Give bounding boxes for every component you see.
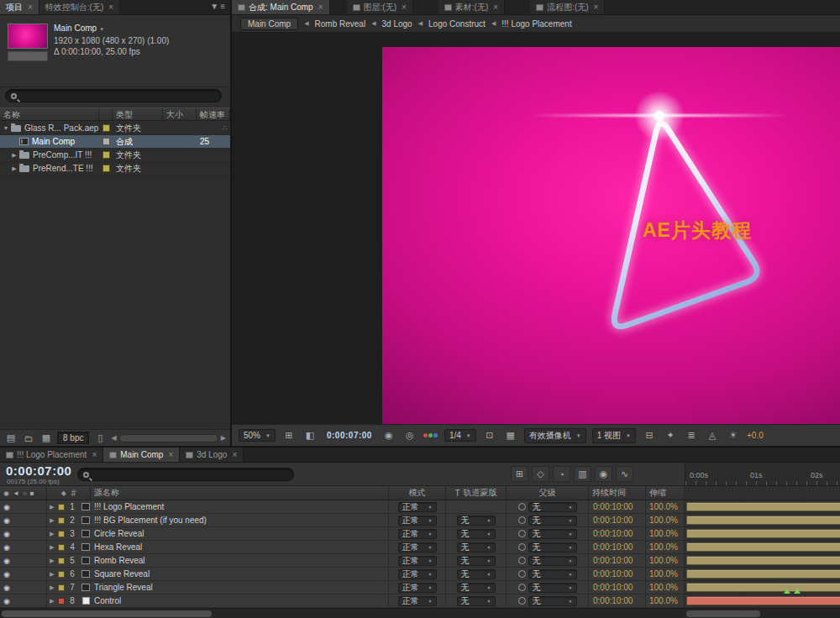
layer-parent-dropdown[interactable]: 无▼ [528, 569, 577, 579]
layer-stretch[interactable]: 100.0% [646, 500, 685, 513]
timeline-tab[interactable]: !!! Logo Placement× [0, 448, 103, 462]
layer-expand-arrow[interactable]: ▶ [47, 594, 57, 607]
layer-source-name[interactable]: Triangle Reveal [92, 581, 389, 594]
pickwhip-icon[interactable] [518, 516, 526, 524]
close-tab-icon[interactable]: × [402, 3, 407, 12]
layer-mode-dropdown[interactable]: 正常▼ [398, 529, 437, 539]
composition-canvas[interactable]: AE片头教程 [382, 47, 840, 424]
interpret-footage-icon[interactable]: ▤ [4, 432, 18, 444]
layer-visibility-toggle[interactable]: ◉ [3, 557, 10, 565]
column-parent[interactable]: 父级 [507, 486, 589, 500]
breadcrumb-item[interactable]: Main Comp [240, 18, 298, 30]
layer-mode-dropdown[interactable]: 正常▼ [398, 583, 437, 593]
transparency-grid-icon[interactable]: ▦ [503, 429, 518, 443]
layer-label-chip[interactable] [58, 558, 65, 564]
layer-parent-dropdown[interactable]: 无▼ [528, 529, 577, 539]
timeline-tab[interactable]: Main Comp× [103, 448, 180, 462]
timeline-tab[interactable]: 3d Logo× [180, 448, 244, 462]
layer-stretch[interactable]: 100.0% [646, 541, 685, 553]
show-snapshot-icon[interactable]: ◎ [402, 429, 417, 443]
keyframe-marker[interactable] [784, 589, 790, 594]
pickwhip-icon[interactable] [518, 584, 526, 591]
close-tab-icon[interactable]: × [232, 450, 237, 459]
layer-row[interactable]: ◉▶1!!! Logo Placement正常▼无▼0:00:10:00100.… [0, 500, 840, 514]
breadcrumb-item[interactable]: Romb Reveal [315, 19, 366, 29]
reset-exposure-icon[interactable]: ☀ [726, 429, 741, 443]
layer-source-name[interactable]: !!! BG Placement (if you need) [92, 514, 389, 526]
project-row[interactable]: Main Comp合成25 [0, 135, 230, 149]
layer-duration-bar[interactable] [686, 502, 840, 511]
layer-label-chip[interactable] [58, 531, 65, 537]
column-name[interactable]: 名称 [0, 108, 99, 120]
column-duration[interactable]: 持续时间 [589, 486, 646, 500]
layer-mode-dropdown[interactable]: 正常▼ [398, 569, 437, 579]
column-size[interactable]: 大小 [163, 108, 197, 120]
fast-preview-icon[interactable]: ✦ [663, 429, 678, 443]
scroll-right-icon[interactable]: ▶ [221, 434, 226, 442]
timeline-search-input[interactable] [77, 468, 294, 481]
motion-blur-icon[interactable]: ◉ [595, 466, 612, 482]
column-number[interactable]: # [71, 489, 76, 498]
layer-visibility-toggle[interactable]: ◉ [3, 516, 10, 525]
delete-trash-icon[interactable]: ▯ [93, 432, 107, 444]
pickwhip-icon[interactable] [518, 543, 526, 551]
pixel-aspect-icon[interactable]: ⊟ [642, 429, 657, 443]
layer-expand-arrow[interactable]: ▶ [47, 568, 57, 580]
layer-trkmat-dropdown[interactable]: 无▼ [457, 569, 496, 579]
grid-guides-icon[interactable]: ⊞ [281, 429, 297, 443]
layer-track[interactable] [685, 500, 840, 513]
shy-layers-icon[interactable]: ◔ [553, 466, 570, 482]
layer-parent-dropdown[interactable]: 无▼ [528, 502, 577, 512]
keyframe-marker[interactable] [794, 589, 801, 594]
layer-track[interactable] [685, 594, 840, 607]
project-tab[interactable]: 项目× [0, 0, 39, 14]
snapshot-icon[interactable]: ◉ [381, 429, 396, 443]
expand-arrow-icon[interactable]: ▶ [10, 152, 18, 159]
project-search-input[interactable] [5, 89, 222, 102]
layer-source-name[interactable]: Square Reveal [92, 568, 389, 580]
layer-mode-dropdown[interactable]: 正常▼ [398, 502, 437, 512]
layer-stretch[interactable]: 100.0% [646, 527, 685, 540]
layer-stretch[interactable]: 100.0% [646, 554, 685, 567]
bit-depth-button[interactable]: 8 bpc [57, 432, 89, 444]
layer-parent-dropdown[interactable]: 无▼ [528, 583, 577, 593]
layer-trkmat-dropdown[interactable]: 无▼ [457, 516, 496, 526]
column-track-matte[interactable]: T轨道蒙版 [446, 486, 507, 500]
layer-stretch[interactable]: 100.0% [646, 594, 685, 607]
new-folder-icon[interactable]: 🗀 [22, 432, 35, 444]
mini-flowchart-icon[interactable]: ⊞ [511, 466, 528, 482]
layer-source-name[interactable]: Control [92, 594, 389, 607]
layer-parent-dropdown[interactable]: 无▼ [528, 516, 577, 526]
comp-name[interactable]: Main Comp▼ [54, 23, 169, 35]
graph-editor-icon[interactable]: ∿ [616, 466, 633, 482]
layer-row[interactable]: ◉▶7Triangle Reveal正常▼无▼无▼0:00:10:00100.0… [0, 581, 840, 594]
column-rate[interactable]: 帧速率 [197, 108, 230, 120]
close-tab-icon[interactable]: × [92, 450, 97, 459]
layer-parent-dropdown[interactable]: 无▼ [528, 596, 577, 606]
label-chip[interactable] [102, 165, 110, 172]
expand-arrow-icon[interactable]: ▶ [10, 165, 18, 172]
layer-stretch[interactable]: 100.0% [646, 514, 685, 526]
layer-expand-arrow[interactable]: ▶ [47, 514, 57, 526]
flowchart-button-icon[interactable]: ◬ [705, 429, 720, 443]
layer-visibility-toggle[interactable]: ◉ [3, 597, 10, 605]
layer-duration-bar[interactable] [686, 583, 840, 592]
layer-expand-arrow[interactable]: ▶ [47, 541, 57, 553]
new-composition-icon[interactable]: ▦ [39, 432, 53, 444]
column-mode[interactable]: 模式 [389, 486, 446, 500]
layer-label-chip[interactable] [58, 584, 65, 591]
layer-stretch[interactable]: 100.0% [646, 581, 685, 594]
close-tab-icon[interactable]: × [108, 3, 113, 12]
exposure-value[interactable]: +0.0 [747, 431, 764, 440]
breadcrumb-item[interactable]: Logo Construct [428, 19, 486, 29]
project-h-scrollbar[interactable]: ◀ ▶ [111, 433, 226, 443]
layer-source-name[interactable]: Romb Reveal [92, 554, 389, 567]
layer-stretch[interactable]: 100.0% [646, 568, 685, 580]
layer-visibility-toggle[interactable]: ◉ [3, 584, 10, 592]
layer-row[interactable]: ◉▶8Control正常▼无▼无▼0:00:10:00100.0% [0, 594, 840, 608]
layer-source-name[interactable]: Circle Reveal [92, 527, 389, 540]
layer-label-chip[interactable] [58, 598, 65, 605]
scrollbar-thumb[interactable] [119, 434, 218, 443]
column-type[interactable]: 类型 [113, 108, 163, 120]
layer-expand-arrow[interactable]: ▶ [47, 527, 57, 540]
